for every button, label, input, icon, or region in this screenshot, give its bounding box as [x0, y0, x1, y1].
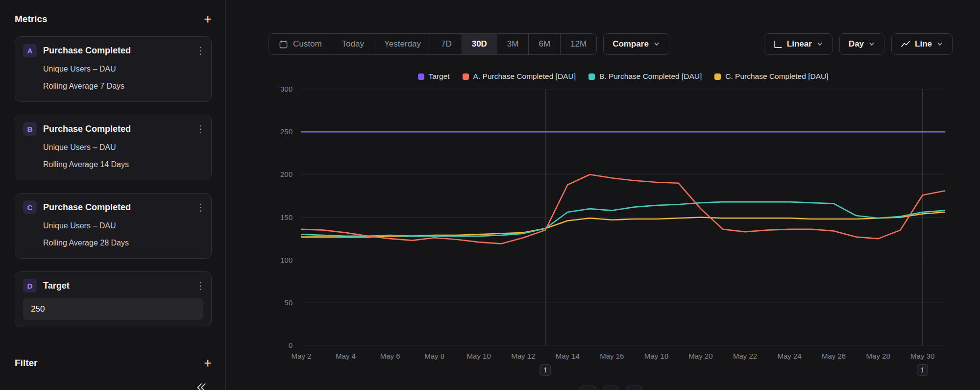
metric-card-header: C Purchase Completed ⋮: [23, 200, 203, 214]
metric-badge: B: [23, 122, 37, 136]
annotation-badge-label: 1: [543, 366, 547, 374]
legend-item[interactable]: Target: [418, 72, 450, 81]
y-tick-label: 300: [280, 85, 293, 93]
x-tick-label: May 22: [733, 352, 757, 360]
metric-measure: Unique Users – DAU: [23, 139, 203, 156]
sidebar-header: Metrics +: [15, 14, 212, 24]
date-range-6m[interactable]: 6M: [528, 34, 560, 54]
target-value-input[interactable]: [23, 298, 203, 320]
compare-button[interactable]: Compare: [603, 33, 669, 55]
date-range-segmented-control: Custom Today Yesterday 7D 30D 3M 6M 12M: [269, 33, 597, 55]
filter-header: Filter +: [15, 358, 212, 368]
x-tick-label: May 2: [292, 352, 312, 360]
kebab-menu-icon[interactable]: ⋮: [196, 124, 203, 134]
x-tick-label: May 14: [556, 352, 580, 360]
legend-swatch: [418, 73, 424, 80]
add-metric-button[interactable]: +: [204, 14, 212, 24]
legend-swatch: [463, 73, 469, 80]
collapse-sidebar-button[interactable]: [195, 381, 208, 390]
legend-item[interactable]: C. Purchase Completed [DAU]: [714, 72, 828, 81]
x-tick-label: May 20: [688, 352, 712, 360]
legend-label: C. Purchase Completed [DAU]: [725, 72, 828, 81]
x-tick-label: May 24: [777, 352, 801, 360]
target-card[interactable]: D Target ⋮: [15, 271, 212, 327]
y-tick-label: 250: [280, 127, 293, 136]
metric-card-header: B Purchase Completed ⋮: [23, 122, 203, 136]
x-tick-label: May 30: [910, 352, 934, 360]
kebab-menu-icon[interactable]: ⋮: [196, 281, 203, 291]
date-range-3m[interactable]: 3M: [497, 34, 529, 54]
date-range-today[interactable]: Today: [332, 34, 374, 54]
target-card-header: D Target ⋮: [23, 279, 203, 292]
x-tick-label: May 6: [380, 352, 400, 360]
metric-card[interactable]: A Purchase Completed ⋮ Unique Users – DA…: [15, 36, 212, 102]
line-chart: 050100150200250300May 2May 4May 6May 8Ma…: [226, 0, 980, 390]
metric-transform: Rolling Average 14 Days: [23, 156, 203, 173]
chevron-down-icon: [653, 41, 660, 48]
y-tick-label: 100: [280, 256, 293, 264]
x-tick-label: May 16: [600, 352, 624, 360]
legend-swatch: [714, 73, 721, 80]
metric-card-header: A Purchase Completed ⋮: [23, 44, 203, 57]
annotation-badge-label: 1: [921, 366, 925, 374]
y-tick-label: 0: [289, 341, 293, 349]
sidebar-title: Metrics: [15, 14, 48, 24]
legend-label: B. Purchase Completed [DAU]: [599, 72, 702, 81]
date-range-12m[interactable]: 12M: [560, 34, 596, 54]
filter-title: Filter: [15, 358, 37, 368]
granularity-selector-button[interactable]: Day: [839, 33, 884, 55]
x-tick-label: May 10: [467, 352, 491, 360]
axis-icon: [773, 40, 783, 49]
metric-card[interactable]: B Purchase Completed ⋮ Unique Users – DA…: [15, 115, 212, 180]
chart-type-selector-button[interactable]: Line: [891, 33, 953, 55]
bottom-toolbar: [580, 386, 642, 390]
calendar-icon: [279, 40, 288, 49]
legend-item[interactable]: A. Purchase Completed [DAU]: [463, 72, 576, 81]
metric-badge: A: [23, 44, 37, 57]
metric-card[interactable]: C Purchase Completed ⋮ Unique Users – DA…: [15, 193, 212, 259]
metric-measure: Unique Users – DAU: [23, 217, 203, 234]
metric-title: Purchase Completed: [43, 202, 189, 213]
x-tick-label: May 18: [644, 352, 668, 360]
bottom-tool-button-2[interactable]: [603, 386, 619, 390]
legend-label: Target: [429, 72, 450, 81]
chevron-down-icon: [816, 41, 823, 48]
metric-transform: Rolling Average 7 Days: [23, 77, 203, 95]
legend-label: A. Purchase Completed [DAU]: [473, 72, 576, 81]
metric-measure: Unique Users – DAU: [23, 60, 203, 77]
toolbar: Custom Today Yesterday 7D 30D 3M 6M 12M …: [269, 33, 953, 55]
kebab-menu-icon[interactable]: ⋮: [196, 202, 203, 212]
scale-selector-button[interactable]: Linear: [764, 33, 833, 55]
app: Metrics + A Purchase Completed ⋮ Unique …: [0, 0, 980, 390]
legend-item[interactable]: B. Purchase Completed [DAU]: [588, 72, 702, 81]
x-tick-label: May 28: [866, 352, 890, 360]
metric-badge: C: [23, 200, 37, 214]
chart-controls: Linear Day Line: [764, 33, 953, 55]
date-range-30d[interactable]: 30D: [462, 34, 497, 54]
add-filter-button[interactable]: +: [204, 358, 212, 368]
x-tick-label: May 4: [336, 352, 356, 360]
date-range-7d[interactable]: 7D: [431, 34, 462, 54]
chart-legend: Target A. Purchase Completed [DAU] B. Pu…: [301, 72, 945, 81]
bottom-tool-button-3[interactable]: [626, 386, 642, 390]
metric-card-list: A Purchase Completed ⋮ Unique Users – DA…: [15, 36, 212, 259]
metric-title: Purchase Completed: [43, 46, 189, 56]
target-badge: D: [23, 279, 37, 292]
date-range-custom[interactable]: Custom: [269, 34, 332, 54]
x-tick-label: May 12: [511, 352, 535, 360]
y-tick-label: 150: [280, 213, 293, 221]
kebab-menu-icon[interactable]: ⋮: [196, 46, 203, 55]
metric-transform: Rolling Average 28 Days: [23, 234, 203, 251]
chart-area: 050100150200250300May 2May 4May 6May 8Ma…: [226, 0, 980, 390]
target-title: Target: [43, 281, 189, 291]
chevron-down-icon: [936, 41, 943, 48]
x-tick-label: May 8: [424, 352, 444, 360]
date-range-yesterday[interactable]: Yesterday: [374, 34, 431, 54]
series-line-c: [301, 212, 945, 237]
bottom-tool-button-1[interactable]: [580, 386, 596, 390]
y-tick-label: 50: [284, 298, 293, 307]
metrics-sidebar: Metrics + A Purchase Completed ⋮ Unique …: [0, 0, 226, 390]
line-chart-icon: [901, 40, 910, 49]
legend-swatch: [588, 73, 595, 80]
metric-title: Purchase Completed: [43, 124, 189, 134]
